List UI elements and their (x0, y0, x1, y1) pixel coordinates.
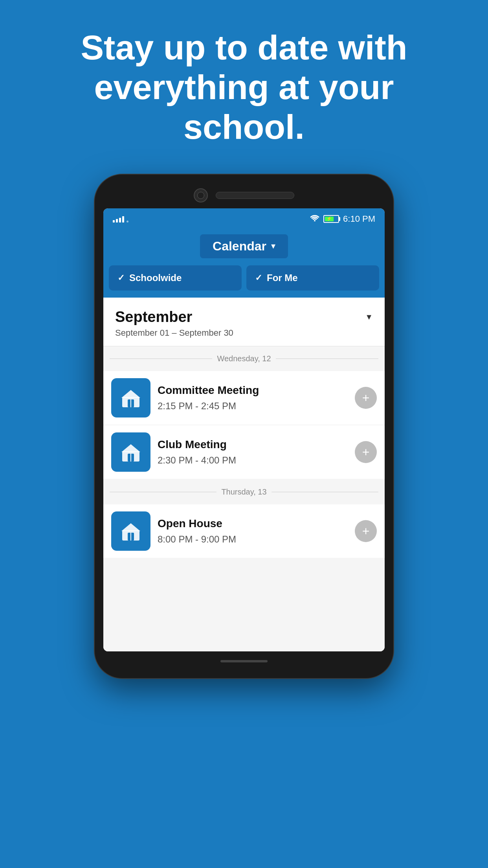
schoolwide-label: Schoolwide (129, 272, 182, 283)
event-club-meeting: Club Meeting 2:30 PM - 4:00 PM + (103, 425, 385, 479)
svg-marker-1 (121, 390, 140, 398)
day-separator-thu13: Thursday, 13 (103, 480, 385, 504)
sep-line-thu-left (110, 492, 216, 492)
book-icon-club (119, 440, 143, 464)
app-bar-title: Calendar (213, 239, 266, 254)
sep-line-thu-right (272, 492, 378, 492)
phone-bottom-bar (103, 655, 385, 667)
plus-icon-club: + (362, 446, 370, 458)
signal-bar-4 (122, 216, 124, 223)
filter-bar: ✓ Schoolwide ✓ For Me (103, 265, 385, 298)
filter-for-me-button[interactable]: ✓ For Me (246, 265, 379, 291)
battery-bolt: ⚡ (327, 216, 332, 221)
event-info-committee: Committee Meeting 2:15 PM - 2:45 PM (158, 384, 348, 412)
phone-top-bar (103, 186, 385, 205)
for-me-check-icon: ✓ (255, 273, 262, 283)
sep-line-right (276, 359, 378, 359)
event-title-open-house: Open House (158, 517, 348, 530)
event-add-button-committee[interactable]: + (355, 387, 377, 409)
plus-icon-open-house: + (362, 525, 370, 537)
phone-wrapper: ⚡ 6:10 PM Calendar ▾ ✓ Schoolwide (0, 175, 488, 678)
calendar-content: September ▼ September 01 – September 30 … (103, 298, 385, 651)
status-time: 6:10 PM (343, 214, 375, 224)
camera (194, 188, 208, 202)
event-info-club: Club Meeting 2:30 PM - 4:00 PM (158, 438, 348, 466)
month-range: September 01 – September 30 (115, 328, 373, 338)
day-separator-wed12: Wednesday, 12 (103, 346, 385, 371)
phone: ⚡ 6:10 PM Calendar ▾ ✓ Schoolwide (95, 175, 393, 678)
book-icon (119, 386, 143, 410)
event-add-button-open-house[interactable]: + (355, 520, 377, 542)
day-label-thu13: Thursday, 13 (221, 487, 266, 497)
hero-text: Stay up to date with everything at your … (0, 0, 488, 171)
status-right: ⚡ 6:10 PM (310, 214, 375, 224)
status-left (113, 215, 128, 223)
month-title-row: September ▼ (115, 309, 373, 326)
status-bar: ⚡ 6:10 PM (103, 208, 385, 229)
svg-marker-5 (121, 444, 140, 452)
sep-line-left (110, 359, 212, 359)
calendar-dropdown-button[interactable]: Calendar ▾ (200, 234, 288, 258)
event-title-club: Club Meeting (158, 438, 348, 451)
battery-fill: ⚡ (325, 217, 334, 221)
month-header: September ▼ September 01 – September 30 (103, 298, 385, 346)
event-add-button-club[interactable]: + (355, 441, 377, 463)
signal-bar-2 (116, 219, 118, 223)
app-bar: Calendar ▾ (103, 229, 385, 265)
camera-lens (197, 192, 204, 199)
event-time-committee: 2:15 PM - 2:45 PM (158, 401, 348, 412)
day-label-wed12: Wednesday, 12 (217, 354, 271, 363)
event-open-house: Open House 8:00 PM - 9:00 PM + (103, 504, 385, 558)
event-title-committee: Committee Meeting (158, 384, 348, 397)
signal-bars (113, 215, 124, 223)
event-committee-meeting: Committee Meeting 2:15 PM - 2:45 PM + (103, 371, 385, 425)
event-icon-club (111, 432, 150, 472)
plus-icon-committee: + (362, 392, 370, 404)
home-indicator (220, 660, 268, 662)
calendar-chevron-down-icon: ▾ (271, 241, 275, 251)
speaker (216, 192, 294, 199)
screen: ⚡ 6:10 PM Calendar ▾ ✓ Schoolwide (103, 208, 385, 651)
signal-bar-3 (119, 218, 121, 223)
event-info-open-house: Open House 8:00 PM - 9:00 PM (158, 517, 348, 545)
signal-bar-1 (113, 220, 115, 223)
filter-schoolwide-button[interactable]: ✓ Schoolwide (109, 265, 242, 291)
wifi-icon (310, 214, 319, 223)
month-title: September (115, 309, 192, 326)
month-chevron-down-icon[interactable]: ▼ (365, 313, 373, 322)
event-time-club: 2:30 PM - 4:00 PM (158, 455, 348, 466)
event-icon-open-house (111, 511, 150, 551)
signal-dot (127, 221, 128, 223)
svg-marker-9 (121, 523, 140, 531)
for-me-label: For Me (267, 272, 298, 283)
battery-icon: ⚡ (323, 215, 339, 223)
event-icon-committee (111, 378, 150, 417)
event-time-open-house: 8:00 PM - 9:00 PM (158, 534, 348, 545)
book-icon-open-house (119, 519, 143, 543)
schoolwide-check-icon: ✓ (117, 273, 125, 283)
